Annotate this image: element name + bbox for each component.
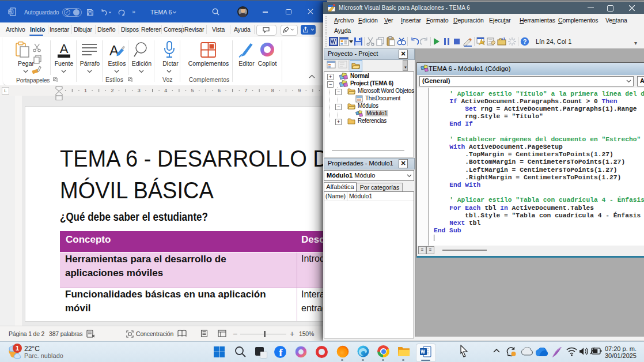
svg-text:8: 8 [271,88,274,93]
svg-text:7: 7 [244,88,247,93]
svg-text:6: 6 [218,88,221,93]
svg-text:4: 4 [164,88,167,93]
svg-text:?: ? [523,38,527,45]
svg-text:3: 3 [138,88,141,93]
svg-text:2: 2 [111,88,113,93]
svg-text:1: 1 [84,88,87,93]
svg-text:9: 9 [298,88,301,93]
svg-text:5: 5 [191,88,194,93]
svg-text:A: A [60,42,69,56]
